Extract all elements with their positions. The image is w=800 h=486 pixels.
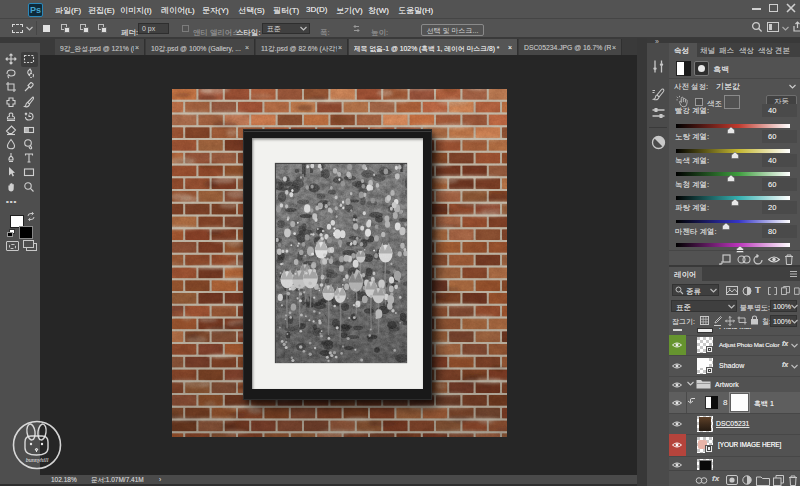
svg-text:bunnyhill: bunnyhill <box>26 457 49 463</box>
